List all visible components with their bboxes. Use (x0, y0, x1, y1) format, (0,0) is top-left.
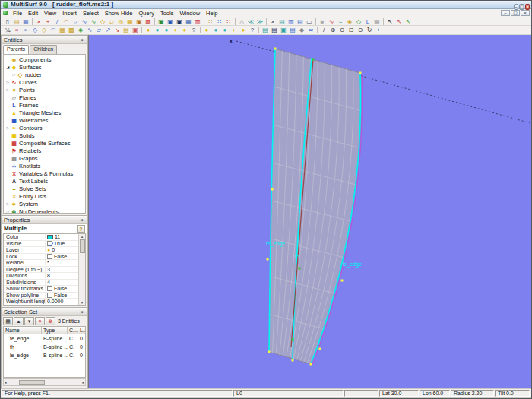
zoom-fit-button[interactable]: ⊙ (356, 27, 365, 34)
properties-help-button[interactable]: ? (77, 225, 85, 233)
point-x-button[interactable]: × (12, 27, 21, 34)
show-bulb-button[interactable]: ● (144, 27, 153, 34)
tree-item-components[interactable]: ◆Components (4, 55, 85, 63)
show-all-b-button[interactable]: ● (239, 27, 248, 34)
vscroll-thumb[interactable] (80, 239, 85, 253)
edit-curve-button[interactable]: ∿ (327, 17, 336, 25)
join-tool-button[interactable]: ≍ (306, 27, 315, 34)
insert-solid-button[interactable]: ▣ (135, 17, 144, 25)
insert-point-button[interactable]: + (43, 17, 52, 25)
pan-view-button[interactable]: + (374, 27, 383, 34)
show-all-button[interactable]: ● (180, 27, 189, 34)
arrow-ne-button[interactable]: ↗ (103, 27, 112, 34)
show-selected-button[interactable]: ● (153, 27, 162, 34)
tree-item-variables-formulas[interactable]: XVariables & Formulas (4, 169, 85, 177)
cut-entity-button[interactable]: × (268, 17, 277, 25)
properties-vscrollbar[interactable]: ▴▾ (78, 234, 85, 305)
proj-curve-button[interactable]: ∿ (85, 27, 94, 34)
menu-show-hide[interactable]: Show-Hide (102, 10, 136, 17)
minimize-button[interactable]: − (514, 4, 518, 10)
toggle-visibility-b-button[interactable]: ◐ (230, 27, 239, 34)
hide-selected-button[interactable]: ● (162, 27, 171, 34)
tree-item-knotlists[interactable]: ∴Knotlists (4, 162, 85, 169)
edit-surface-button[interactable]: ◈ (345, 17, 354, 25)
view-profile-button[interactable]: ▣ (175, 17, 184, 25)
visibility-query-b-button[interactable]: ? (248, 27, 257, 34)
menu-view[interactable]: View (41, 10, 59, 17)
zoom-in-button[interactable]: ⊕ (328, 27, 337, 34)
rotate-view-button[interactable]: ↻ (365, 27, 374, 34)
select-box-button[interactable]: ▭ (305, 17, 314, 25)
menu-file[interactable]: File (10, 10, 25, 17)
clone-c-button[interactable]: ▣ (279, 27, 288, 34)
expand-arrow-icon[interactable]: ▷ (11, 72, 17, 77)
insert-ruled-surface-button[interactable]: ▱ (107, 17, 116, 25)
expand-arrow-icon[interactable]: ▷ (5, 209, 11, 214)
view-multi-button[interactable]: ▥ (193, 17, 202, 25)
ring-tool-button[interactable]: ◠ (49, 27, 58, 34)
column-header-type[interactable]: Type (42, 327, 68, 334)
tree-item-points[interactable]: ▷×Points (4, 86, 85, 93)
zoom-window-button[interactable]: ⊡ (347, 27, 356, 34)
selection-set-hscrollbar[interactable]: ◂ ▸ (3, 378, 86, 386)
point-blue-button[interactable]: × (21, 27, 30, 34)
selection-row-te_edge[interactable]: te_edgeB-spline ...C.0 (4, 334, 85, 343)
patch-tool-button[interactable]: ▩ (67, 27, 76, 34)
restore-button[interactable]: ▢ (519, 4, 525, 10)
tree-item-frames[interactable]: LFrames (4, 101, 85, 109)
show-bulb-b-button[interactable]: ● (202, 27, 211, 34)
selection-row-le_edge[interactable]: le_edgeB-spline ...C.0 (4, 351, 85, 359)
tag-tool-button[interactable]: ◆ (297, 27, 306, 34)
save-file-button[interactable]: ▦ (21, 17, 30, 25)
insert-line-button[interactable]: / (52, 17, 62, 25)
scroll-left-icon[interactable]: ◂ (5, 380, 7, 385)
ss-grid-button[interactable]: ▦ (3, 317, 13, 325)
tree-item-solids[interactable]: ▣Solids (4, 131, 85, 139)
properties-close-icon[interactable]: × (78, 217, 85, 223)
tree-item-composite-surfaces[interactable]: ▩Composite Surfaces (4, 139, 85, 147)
insert-surface-button[interactable]: ◇ (98, 17, 107, 25)
mdi-close-button[interactable]: × (521, 10, 530, 16)
tree-item-entity-lists[interactable]: ≡Entity Lists (4, 192, 85, 200)
view-shaded-button[interactable]: ▣ (166, 17, 175, 25)
insert-bspline-button[interactable]: ∿ (80, 17, 89, 25)
clone-b-button[interactable]: ▤ (270, 27, 279, 34)
rudder-3d-view[interactable]: te_edgethle_edgeX (89, 35, 531, 388)
nudge-right-button[interactable]: ≫ (255, 17, 264, 25)
ss-remove-button[interactable]: × (35, 317, 45, 325)
clone-a-button[interactable]: ▤ (261, 27, 270, 34)
tab-parents[interactable]: Parents (3, 45, 29, 54)
mdi-restore-button[interactable]: ▢ (511, 10, 520, 16)
color-swatch[interactable] (47, 235, 53, 239)
mdi-minimize-button[interactable]: − (501, 10, 510, 16)
view-wireframe-button[interactable]: ▣ (157, 17, 166, 25)
tree-item-graphs[interactable]: ▤Graphs (4, 154, 85, 162)
column-header-name[interactable]: Name (4, 327, 42, 334)
tree-item-curves[interactable]: ▷∿Curves (4, 78, 85, 86)
placeholder-button[interactable]: ■ (318, 17, 327, 25)
scroll-up-icon[interactable]: ▴ (81, 234, 84, 239)
checkbox-unchecked[interactable] (47, 254, 52, 259)
expand-arrow-icon[interactable]: ▷ (5, 201, 11, 206)
tree-item-triangle-meshes[interactable]: ▲Triangle Meshes (4, 109, 85, 116)
close-button[interactable]: × (525, 4, 530, 10)
pointer-button[interactable]: ↖ (385, 17, 394, 25)
tree-item-planes[interactable]: ▱Planes (4, 93, 85, 101)
selection-set-close-icon[interactable]: × (78, 309, 85, 315)
menu-window[interactable]: Window (176, 10, 203, 17)
tree-item-solve-sets[interactable]: =Solve Sets (4, 185, 85, 192)
tree-item-rudder[interactable]: ▷◇rudder (4, 71, 85, 78)
scroll-down-icon[interactable]: ▾ (81, 300, 84, 305)
ss-move-down-button[interactable]: ▾ (24, 317, 34, 325)
new-file-button[interactable]: ▯ (3, 17, 12, 25)
tab-children[interactable]: Children (30, 45, 57, 54)
arrow-se-button[interactable]: ↘ (112, 27, 122, 34)
expand-arrow-icon[interactable]: ◢ (5, 65, 11, 69)
tree-item-wireframes[interactable]: ▦Wireframes (4, 116, 85, 124)
hscroll-thumb[interactable] (19, 380, 45, 385)
pointer-add-button[interactable]: ↖ (394, 17, 404, 25)
paste-entity-button[interactable]: ▥ (287, 17, 296, 25)
column-header-l[interactable]: L... (78, 327, 86, 334)
show-selected-b-button[interactable]: ● (211, 27, 220, 34)
grid-tool-button[interactable]: ▦ (372, 17, 382, 25)
